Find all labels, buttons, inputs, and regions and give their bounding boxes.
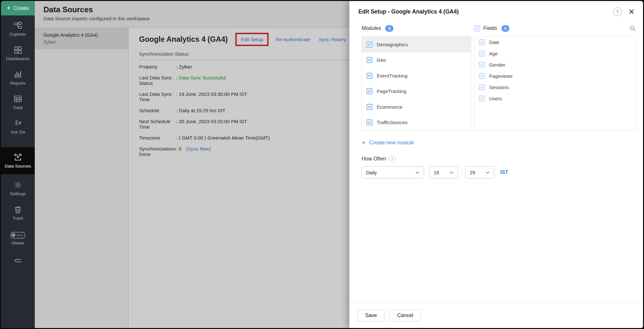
chevron-down-icon bbox=[446, 171, 454, 174]
sidebar-item-settings[interactable]: Settings bbox=[1, 178, 35, 199]
checkbox-checked-icon[interactable]: ✓ bbox=[366, 73, 373, 79]
explorer-icon bbox=[14, 21, 22, 30]
module-item-trafficsources[interactable]: ✓TrafficSources bbox=[362, 115, 471, 131]
sidebar-item-trash[interactable]: Trash bbox=[1, 203, 35, 223]
field-item-sessions[interactable]: ✓Sessions bbox=[474, 82, 636, 93]
sidebar-item-label: Viewer bbox=[10, 241, 26, 246]
chevron-down-icon bbox=[482, 171, 490, 174]
module-label: Demographics bbox=[377, 42, 408, 47]
field-item-pageviews[interactable]: ✓Pageviews bbox=[474, 70, 636, 82]
modal-body: Modules 9 ✓Demographics✓Geo✓EventTrackin… bbox=[349, 19, 643, 302]
fields-count-badge: 6 bbox=[501, 25, 509, 32]
help-icon[interactable]: ? bbox=[613, 7, 622, 16]
checkbox-checked-icon[interactable]: ✓ bbox=[366, 88, 373, 94]
checkbox-checked-icon[interactable]: ✓ bbox=[366, 104, 373, 110]
sync-now-link[interactable]: (Sync Now) bbox=[186, 146, 211, 151]
app-window: + Create ExplorerDashboardsReportsDataAs… bbox=[0, 0, 644, 329]
minute-select[interactable]: 25 bbox=[465, 166, 494, 178]
sidebar-item-label: Explorer bbox=[8, 32, 27, 37]
viewer-toggle[interactable]: OFF bbox=[10, 232, 25, 239]
status-row-label: Timezone bbox=[139, 135, 176, 141]
hour-value: 15 bbox=[434, 170, 439, 175]
sidebar-item-viewer[interactable]: OFFViewer bbox=[1, 228, 35, 249]
minute-value: 25 bbox=[470, 170, 475, 175]
datasources-icon bbox=[14, 153, 22, 162]
create-button[interactable]: + Create bbox=[1, 1, 35, 15]
modal-header: Edit Setup - Google Analytics 4 (GA4) ? … bbox=[349, 1, 643, 19]
settings-icon bbox=[14, 181, 22, 189]
checkbox-checked-icon[interactable]: ✓ bbox=[479, 62, 485, 68]
checkbox-checked-icon[interactable]: ✓ bbox=[366, 41, 373, 48]
hour-select[interactable]: 15 bbox=[429, 166, 458, 178]
status-row-label: Last Data Sync Time bbox=[139, 91, 176, 102]
checkbox-checked-icon[interactable]: ✓ bbox=[479, 96, 485, 102]
action-sync-history[interactable]: Sync History bbox=[319, 37, 346, 42]
status-value-segment: : Daily at 15:25 hrs IST bbox=[176, 108, 225, 113]
module-label: Ecommerce bbox=[377, 104, 402, 110]
search-icon[interactable] bbox=[630, 25, 636, 32]
modules-list: ✓Demographics✓Geo✓EventTracking✓PageTrac… bbox=[362, 36, 471, 131]
checkbox-checked-icon[interactable]: ✓ bbox=[479, 84, 485, 90]
checkbox-checked-icon[interactable]: ✓ bbox=[479, 50, 485, 57]
sidebar-item-label: Data bbox=[12, 105, 24, 110]
sidebar: + Create ExplorerDashboardsReportsDataAs… bbox=[1, 1, 35, 328]
checkbox-checked-icon[interactable]: ✓ bbox=[366, 119, 373, 125]
collapse-sidebar-button[interactable] bbox=[1, 254, 35, 267]
module-item-geo[interactable]: ✓Geo bbox=[362, 52, 471, 68]
close-icon[interactable]: ✕ bbox=[628, 8, 635, 16]
status-row-label: Next Schedule Time bbox=[139, 119, 176, 130]
status-value-segment: : 0 bbox=[176, 146, 182, 151]
modal-title: Edit Setup - Google Analytics 4 (GA4) bbox=[358, 8, 613, 15]
status-value-segment: : 20 June, 2023 03:25:00 PM IST bbox=[176, 119, 247, 124]
module-item-ecommerce[interactable]: ✓Ecommerce bbox=[362, 99, 471, 115]
toggle-state-label: OFF bbox=[17, 233, 24, 237]
status-value-segment: : ( GMT 0:00 ) Greenwich Mean Time(GMT) bbox=[176, 135, 270, 141]
modules-column: Modules 9 ✓Demographics✓Geo✓EventTrackin… bbox=[362, 23, 471, 131]
create-button-label: Create bbox=[14, 5, 29, 11]
sidebar-item-ask-zia[interactable]: Ask Zia bbox=[1, 116, 35, 137]
how-often-help-icon[interactable]: ? bbox=[389, 155, 396, 162]
frequency-value: Daily bbox=[366, 170, 377, 175]
field-item-date[interactable]: ✓Date bbox=[474, 37, 636, 48]
module-item-eventtracking[interactable]: ✓EventTracking bbox=[362, 68, 471, 84]
checkbox-checked-icon[interactable]: ✓ bbox=[479, 39, 485, 45]
sidebar-item-reports[interactable]: Reports bbox=[1, 68, 35, 88]
module-item-pagetracking[interactable]: ✓PageTracking bbox=[362, 84, 471, 99]
frequency-select[interactable]: Daily bbox=[362, 166, 424, 178]
source-title: Google Analytics 4 (GA4) bbox=[139, 35, 228, 44]
source-list: Google Analytics 4 (GA4)Zylker bbox=[35, 28, 128, 328]
sidebar-item-explorer[interactable]: Explorer bbox=[1, 19, 35, 39]
collapse-sidebar-icon bbox=[14, 256, 22, 265]
sidebar-item-label: Data Sources bbox=[4, 164, 33, 169]
sidebar-item-data[interactable]: Data bbox=[1, 92, 35, 113]
create-new-module-label: Create new module bbox=[369, 140, 414, 146]
module-item-demographics[interactable]: ✓Demographics bbox=[362, 37, 471, 52]
field-item-age[interactable]: ✓Age bbox=[474, 48, 636, 59]
field-label: Gender bbox=[489, 62, 505, 68]
checkbox-checked-icon[interactable]: ✓ bbox=[479, 73, 485, 79]
save-button[interactable]: Save bbox=[357, 309, 384, 322]
action-re-authenticate[interactable]: Re-Authenticate bbox=[276, 37, 310, 42]
field-label: Users bbox=[489, 96, 502, 101]
sidebar-item-dashboards[interactable]: Dashboards bbox=[1, 43, 35, 64]
modules-header: Modules 9 bbox=[362, 23, 471, 34]
checkbox-checked-icon[interactable]: ✓ bbox=[366, 57, 373, 63]
modules-count-badge: 9 bbox=[385, 25, 393, 32]
timezone-label: IST bbox=[500, 169, 508, 175]
fields-select-all-checkbox[interactable]: ✓ bbox=[474, 25, 480, 32]
module-label: EventTracking bbox=[377, 73, 407, 78]
status-value-segment: : Zylker bbox=[176, 64, 192, 69]
field-item-users[interactable]: ✓Users bbox=[474, 93, 636, 104]
status-row-value: : ( GMT 0:00 ) Greenwich Mean Time(GMT) bbox=[176, 135, 270, 141]
cancel-button[interactable]: Cancel bbox=[389, 309, 421, 322]
source-list-item[interactable]: Google Analytics 4 (GA4)Zylker bbox=[35, 28, 128, 49]
sidebar-item-data-sources[interactable]: Data Sources bbox=[1, 147, 35, 174]
field-item-gender[interactable]: ✓Gender bbox=[474, 59, 636, 70]
field-label: Age bbox=[489, 51, 498, 56]
fields-column: ✓ Fields 6 ✓Date✓Age✓Gender✓Pageviews✓Se… bbox=[474, 23, 636, 131]
field-label: Pageviews bbox=[489, 73, 513, 79]
status-row-label: Schedule bbox=[139, 108, 176, 113]
create-new-module-link[interactable]: + Create new module bbox=[362, 139, 414, 146]
action-edit-setup[interactable]: Edit Setup bbox=[235, 33, 269, 46]
reports-icon bbox=[14, 70, 22, 79]
